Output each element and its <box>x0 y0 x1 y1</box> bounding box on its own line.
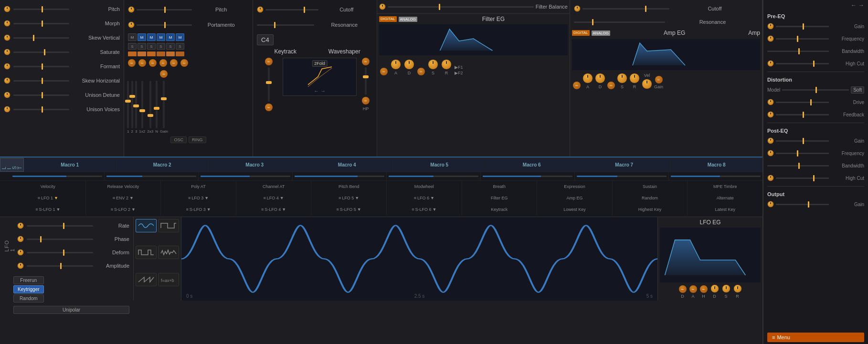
distortion-model-slider[interactable] <box>782 89 849 91</box>
lfo6-arrow[interactable]: ▼ <box>430 196 434 200</box>
lfo-deform-slider[interactable] <box>27 252 93 253</box>
osc-fader-track-2[interactable] <box>131 81 133 128</box>
osc-s-btn-5[interactable]: S <box>176 43 184 50</box>
mod-amp-eg[interactable]: Amp EG <box>537 192 613 204</box>
menu-button[interactable]: ≡ Menu <box>767 333 864 342</box>
output-gain-slider[interactable] <box>776 204 829 205</box>
mod-env2[interactable]: ≡ ENV 2 ▼ <box>86 192 161 204</box>
mod-poly-at[interactable]: Poly AT <box>161 181 236 192</box>
distortion-drive-knob[interactable] <box>767 99 774 105</box>
saturate-slider[interactable] <box>13 52 69 53</box>
pre-eq-hicut-slider[interactable] <box>776 63 829 64</box>
pre-eq-freq-knob[interactable] <box>767 35 774 42</box>
filter-eg-r-knob[interactable] <box>441 59 452 70</box>
ws-fader[interactable] <box>365 67 367 95</box>
mod-pitch-bend[interactable]: Pitch Bend <box>311 181 387 192</box>
lfo-eg-h-minus[interactable]: − <box>700 285 708 293</box>
post-eq-gain-knob[interactable] <box>767 137 774 144</box>
nav-arrow-right[interactable]: → <box>858 2 864 9</box>
lfo-keytrigger-btn[interactable]: Keytrigger <box>13 285 44 293</box>
osc-m-btn-1[interactable]: M <box>138 33 146 41</box>
ws-minus2[interactable]: − <box>362 97 370 104</box>
lfo-deform-knob[interactable] <box>17 249 24 256</box>
mod-mpe-timbre[interactable]: MPE Timbre <box>688 181 762 192</box>
distortion-feedback-slider[interactable] <box>776 114 829 115</box>
osc-minus-1[interactable]: − <box>138 59 146 67</box>
filter-eg-minus-1[interactable]: − <box>380 68 388 75</box>
wave-formula-btn[interactable]: f=ax+b <box>158 273 179 286</box>
slfo1-arrow[interactable]: ▼ <box>56 207 60 212</box>
macro-6[interactable]: Macro 6 <box>486 158 579 172</box>
keytrack-minus[interactable]: − <box>265 58 273 65</box>
amp-eg-r-knob[interactable] <box>629 73 640 83</box>
filter-eg-s-knob[interactable] <box>428 59 438 70</box>
osc-gain-minus[interactable]: − <box>160 70 168 78</box>
ws-fader-minus[interactable]: − <box>362 58 370 65</box>
lfo-eg-d2-knob[interactable] <box>710 284 719 293</box>
osc-fader-track-5[interactable] <box>149 81 151 128</box>
note-display[interactable]: C4 <box>257 34 274 45</box>
mod-sustain[interactable]: Sustain <box>613 181 688 192</box>
mod-filter-eg[interactable]: Filter EG <box>462 192 538 204</box>
osc-s-btn-1[interactable]: S <box>138 43 146 50</box>
lfo-phase-slider[interactable] <box>27 239 93 240</box>
filter-eg-f1-btn[interactable]: ▶F1 <box>455 65 463 70</box>
macro-3[interactable]: Macro 3 <box>209 158 301 172</box>
skew-h-knob[interactable] <box>4 77 11 84</box>
amp-eg-resonance-slider[interactable] <box>574 21 665 23</box>
macro-7[interactable]: Macro 7 <box>578 158 671 172</box>
osc-m-btn-2[interactable]: M <box>147 33 156 41</box>
osc-fader-track-3[interactable] <box>135 81 137 128</box>
amp-eg-s-knob[interactable] <box>617 73 627 83</box>
morph-knob[interactable] <box>4 20 11 27</box>
amp-eg-minus-2[interactable]: − <box>607 82 615 89</box>
osc-minus-0[interactable]: − <box>128 59 136 67</box>
lfo-unipolar-btn[interactable]: Unipolar <box>13 306 129 314</box>
pitch-knob[interactable] <box>4 6 11 12</box>
filter-eg-d-knob[interactable] <box>404 59 414 70</box>
lfo-random-btn[interactable]: Random <box>13 294 44 302</box>
keytrack-fader[interactable] <box>268 67 270 102</box>
lfo-amplitude-slider[interactable] <box>27 265 93 267</box>
lfo-eg-d-minus[interactable]: − <box>679 285 687 293</box>
macro-1[interactable]: Macro 1 <box>24 158 116 172</box>
mod-alternate[interactable]: Alternate <box>688 192 762 204</box>
osc-fader-track-1[interactable] <box>127 81 129 128</box>
slfo5-arrow[interactable]: ▼ <box>357 207 361 212</box>
distortion-drive-slider[interactable] <box>776 102 829 103</box>
amp-eg-cutoff-knob[interactable] <box>574 5 581 12</box>
pre-eq-gain-slider[interactable] <box>776 26 829 27</box>
macro-slider-3[interactable] <box>199 172 293 180</box>
mod-lfo6[interactable]: ≡ LFO 6 ▼ <box>387 192 462 204</box>
mod-breath[interactable]: Breath <box>462 181 538 192</box>
mod-expression[interactable]: Expression <box>537 181 613 192</box>
filter1-cutoff-slider[interactable] <box>265 9 318 10</box>
mod-lfo4[interactable]: ≡ LFO 4 ▼ <box>236 192 312 204</box>
lfo-amplitude-knob[interactable] <box>17 262 24 269</box>
osc-s-btn-2[interactable]: S <box>147 43 156 50</box>
post-eq-gain-slider[interactable] <box>776 140 829 142</box>
macro-slider-4[interactable] <box>293 172 387 180</box>
mod-random[interactable]: Random <box>613 192 688 204</box>
keytrack-minus2[interactable]: − <box>265 104 273 111</box>
distortion-model-value[interactable]: Soft <box>851 86 864 94</box>
mod-channel-at[interactable]: Channel AT <box>236 181 312 192</box>
skew-h-slider[interactable] <box>13 80 69 82</box>
amp-gain-minus[interactable]: − <box>655 76 663 83</box>
lfo-eg-r2-knob[interactable] <box>733 284 742 293</box>
pre-eq-bw-slider[interactable] <box>767 51 829 52</box>
skew-v-slider[interactable] <box>13 37 69 39</box>
filter-balance-slider[interactable] <box>388 6 534 8</box>
post-eq-freq-knob[interactable] <box>767 150 774 156</box>
osc-s-btn-0[interactable]: S <box>128 43 137 50</box>
lfo3-arrow[interactable]: ▼ <box>204 196 209 200</box>
macro-8[interactable]: Macro 8 <box>671 158 763 172</box>
osc-pitch-slider[interactable] <box>137 9 192 10</box>
ws-arrow-left[interactable]: ← <box>314 88 319 94</box>
filter-eg-minus-2[interactable]: − <box>417 68 425 75</box>
lfo1-arrow[interactable]: ▼ <box>54 196 58 200</box>
amp-eg-cutoff-slider[interactable] <box>582 8 669 10</box>
mod-lfo5[interactable]: ≡ LFO 5 ▼ <box>311 192 387 204</box>
unison-voices-knob[interactable] <box>4 106 11 113</box>
macro-slider-6[interactable] <box>481 172 575 180</box>
